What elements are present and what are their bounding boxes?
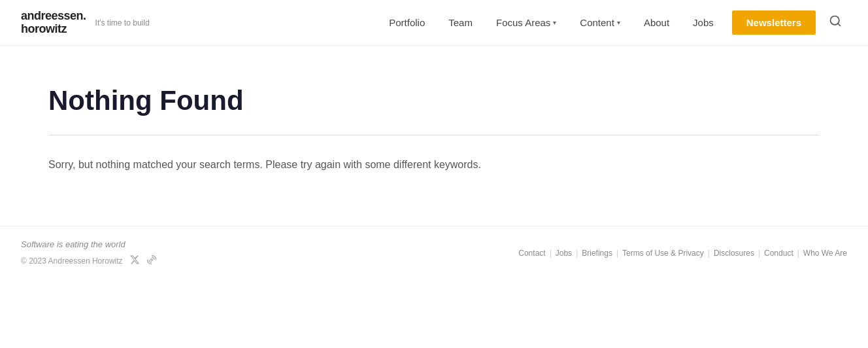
- footer-sep-4: |: [708, 249, 710, 258]
- footer-conduct[interactable]: Conduct: [764, 249, 793, 258]
- footer-sep-5: |: [758, 249, 760, 258]
- focus-areas-chevron-icon: ▾: [553, 19, 556, 26]
- footer-terms[interactable]: Terms of Use & Privacy: [622, 249, 704, 258]
- twitter-icon[interactable]: [129, 254, 140, 268]
- footer-sep-2: |: [576, 249, 578, 258]
- not-found-message: Sorry, but nothing matched your search t…: [48, 156, 820, 173]
- svg-point-2: [150, 258, 152, 260]
- podcast-icon[interactable]: [146, 254, 157, 268]
- logo-tagline: It's time to build: [95, 18, 150, 27]
- copyright-text: © 2023 Andreessen Horowitz: [21, 256, 123, 266]
- search-icon: [829, 17, 842, 30]
- nav-focus-areas[interactable]: Focus Areas ▾: [487, 12, 565, 33]
- divider: [48, 135, 820, 135]
- logo-area[interactable]: andreessen. horowitz It's time to build: [21, 10, 150, 36]
- footer-sep-6: |: [797, 249, 799, 258]
- footer-jobs[interactable]: Jobs: [556, 249, 572, 258]
- site-header: andreessen. horowitz It's time to build …: [0, 0, 868, 46]
- svg-line-1: [838, 24, 841, 26]
- nav-portfolio[interactable]: Portfolio: [380, 12, 434, 33]
- footer-sep-3: |: [616, 249, 618, 258]
- search-button[interactable]: [824, 9, 847, 36]
- page-title: Nothing Found: [48, 85, 820, 116]
- nav-about[interactable]: About: [635, 12, 678, 33]
- footer-social: [129, 254, 157, 268]
- footer-left: Software is eating the world © 2023 Andr…: [21, 239, 157, 268]
- logo-text: andreessen. horowitz: [21, 10, 86, 36]
- newsletters-button[interactable]: Newsletters: [732, 10, 816, 35]
- footer-disclosures[interactable]: Disclosures: [714, 249, 754, 258]
- footer-tagline: Software is eating the world: [21, 239, 157, 249]
- footer-sep-1: |: [550, 249, 552, 258]
- logo-name: andreessen. horowitz: [21, 10, 86, 36]
- nav-content[interactable]: Content ▾: [571, 12, 629, 33]
- nav-jobs[interactable]: Jobs: [684, 12, 723, 33]
- footer-copyright-area: © 2023 Andreessen Horowitz: [21, 254, 157, 268]
- main-nav: Portfolio Team Focus Areas ▾ Content ▾ A…: [380, 9, 847, 36]
- footer-briefings[interactable]: Briefings: [582, 249, 612, 258]
- nav-team[interactable]: Team: [439, 12, 482, 33]
- footer-contact[interactable]: Contact: [518, 249, 545, 258]
- footer-links: Contact | Jobs | Briefings | Terms of Us…: [518, 249, 847, 258]
- main-content: Nothing Found Sorry, but nothing matched…: [22, 46, 846, 226]
- content-chevron-icon: ▾: [617, 19, 620, 26]
- site-footer: Software is eating the world © 2023 Andr…: [0, 226, 868, 281]
- footer-who-we-are[interactable]: Who We Are: [803, 249, 847, 258]
